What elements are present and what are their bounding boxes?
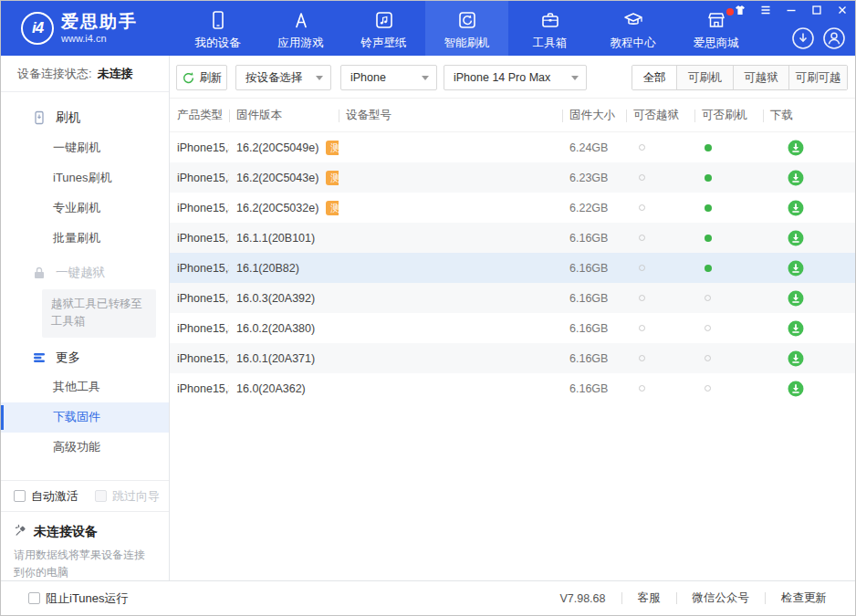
select-mode-dropdown[interactable]: 按设备选择	[235, 65, 331, 90]
firmware-version-value: 16.2(20C5049e)	[236, 141, 318, 154]
product-type-value: iPhone15,3	[177, 141, 229, 154]
cell-download	[763, 320, 855, 337]
sidebar-item-2[interactable]: iTunes刷机	[1, 162, 169, 193]
product-type-value: iPhone15,3	[177, 322, 229, 335]
footer-link-0[interactable]: 客服	[622, 590, 676, 606]
cell-product-type: iPhone15,3	[170, 322, 229, 335]
flash-status-icon	[705, 204, 712, 212]
product-type-value: iPhone15,3	[177, 172, 229, 184]
footer-link-2[interactable]: 检查更新	[766, 590, 842, 606]
cell-flashable	[694, 204, 763, 212]
sidebar-item-3[interactable]: 专业刷机	[1, 193, 169, 223]
cell-flashable	[694, 265, 763, 272]
nav-item-label: 智能刷机	[444, 36, 490, 51]
table-row[interactable]: iPhone15,316.2(20C5043e)测试版6.23GB	[170, 162, 855, 193]
jailbreak-status-icon	[639, 144, 645, 151]
device-type-dropdown[interactable]: iPhone	[340, 65, 437, 90]
sidebar-item-4[interactable]: 批量刷机	[1, 223, 169, 253]
firmware-version-value: 16.0.3(20A392)	[236, 292, 315, 305]
briefcase-icon	[539, 9, 561, 31]
table-row[interactable]: iPhone15,316.0.1(20A371)6.16GB	[170, 343, 855, 373]
download-button[interactable]	[788, 320, 804, 337]
cell-jailbreakable	[626, 204, 694, 211]
download-center-icon[interactable]	[791, 26, 815, 50]
sidebar-item-1[interactable]: 一键刷机	[1, 132, 169, 162]
table-row[interactable]: iPhone15,316.2(20C5049e)测试版6.24GB	[170, 132, 855, 162]
maximize-icon[interactable]	[810, 4, 822, 16]
firmware-size-value: 6.23GB	[569, 172, 608, 184]
nav-item-label: 爱思商城	[694, 36, 739, 51]
product-type-value: iPhone15,3	[177, 232, 229, 245]
table-row[interactable]: iPhone15,316.1.1(20B101)6.16GB	[170, 223, 855, 253]
table-row[interactable]: iPhone15,316.0.3(20A392)6.16GB	[170, 283, 855, 313]
sidebar-checkbox-0[interactable]: 自动激活	[14, 488, 78, 505]
filter-2[interactable]: 可越狱	[733, 66, 788, 89]
flash-status-icon	[705, 235, 712, 242]
sidebar-item-9[interactable]: 下载固件	[1, 402, 169, 433]
sidebar-group-0[interactable]: 刷机	[1, 103, 169, 132]
close-icon[interactable]	[836, 4, 848, 16]
window-controls	[734, 4, 848, 16]
sidebar-item-8[interactable]: 其他工具	[1, 372, 169, 402]
nav-item-my-devices[interactable]: 我的设备	[176, 1, 259, 56]
checkbox-icon	[28, 592, 40, 604]
download-button[interactable]	[788, 290, 804, 307]
filter-3[interactable]: 可刷可越	[788, 66, 847, 89]
nav-item-smart-flash[interactable]: 智能刷机	[425, 1, 508, 56]
table-row[interactable]: iPhone15,316.1(20B82)6.16GB	[170, 253, 855, 283]
firmware-version-value: 16.1.1(20B101)	[236, 232, 315, 245]
cell-firmware-version: 16.0.3(20A392)	[229, 292, 339, 305]
table-row[interactable]: iPhone15,316.2(20C5032e)测试版6.22GB	[170, 193, 855, 223]
footer-link-1[interactable]: 微信公众号	[677, 590, 766, 606]
cell-product-type: iPhone15,3	[170, 172, 229, 184]
checkbox-label: 自动激活	[31, 488, 78, 505]
sidebar-item-10[interactable]: 高级功能	[1, 433, 169, 463]
download-button[interactable]	[788, 230, 804, 246]
filter-0[interactable]: 全部	[632, 66, 676, 89]
nav-item-apps-games[interactable]: 应用游戏	[259, 1, 342, 56]
block-itunes-checkbox[interactable]: 阻止iTunes运行	[28, 590, 129, 607]
cell-firmware-size: 6.16GB	[562, 382, 626, 395]
firmware-version-value: 16.0.1(20A371)	[236, 352, 315, 365]
nav-item-toolbox[interactable]: 工具箱	[508, 1, 591, 56]
cell-jailbreakable	[626, 144, 694, 151]
sidebar-group-7[interactable]: 更多	[1, 343, 169, 372]
cell-firmware-size: 6.16GB	[562, 352, 626, 365]
minimize-icon[interactable]	[785, 4, 797, 16]
status-value: 未连接	[98, 66, 133, 82]
cell-download	[763, 200, 855, 216]
refresh-button[interactable]: 刷新	[176, 65, 227, 90]
music-icon	[373, 9, 395, 31]
menu-icon[interactable]	[759, 4, 771, 16]
filter-1[interactable]: 可刷机	[676, 66, 733, 89]
download-button[interactable]	[788, 170, 804, 186]
flash-status-icon	[705, 295, 711, 301]
jailbreak-status-icon	[639, 385, 645, 392]
table-row[interactable]: iPhone15,316.0(20A362)6.16GB	[170, 373, 855, 403]
device-model-dropdown[interactable]: iPhone 14 Pro Max	[444, 65, 587, 90]
download-button[interactable]	[788, 200, 804, 216]
column-header-label: 下载	[770, 108, 793, 123]
download-button[interactable]	[788, 260, 804, 277]
cell-flashable	[694, 325, 763, 331]
download-button[interactable]	[788, 350, 804, 367]
nav-item-tutorials[interactable]: 教程中心	[591, 1, 674, 56]
store-icon	[705, 9, 727, 31]
download-button[interactable]	[788, 140, 804, 156]
nav-item-label: 应用游戏	[278, 36, 324, 51]
account-icon[interactable]	[822, 26, 846, 50]
skin-icon[interactable]	[734, 4, 746, 16]
column-header-2: 设备型号	[339, 99, 562, 131]
cell-jailbreakable	[626, 265, 694, 271]
column-header-label: 固件大小	[569, 108, 615, 123]
column-header-label: 可否刷机	[702, 108, 747, 123]
i4-logo-icon: i4	[21, 12, 54, 45]
table-row[interactable]: iPhone15,316.0.2(20A380)6.16GB	[170, 313, 855, 343]
nav-item-ringtones-wallpapers[interactable]: 铃声壁纸	[342, 1, 425, 56]
cell-flashable	[694, 295, 763, 301]
phone-icon	[207, 9, 229, 31]
chevron-down-icon	[316, 76, 323, 80]
app-window: i4 爱思助手 www.i4.cn 我的设备应用游戏铃声壁纸智能刷机工具箱教程中…	[0, 0, 856, 616]
download-button[interactable]	[788, 381, 804, 397]
jailbreak-status-icon	[639, 235, 645, 241]
